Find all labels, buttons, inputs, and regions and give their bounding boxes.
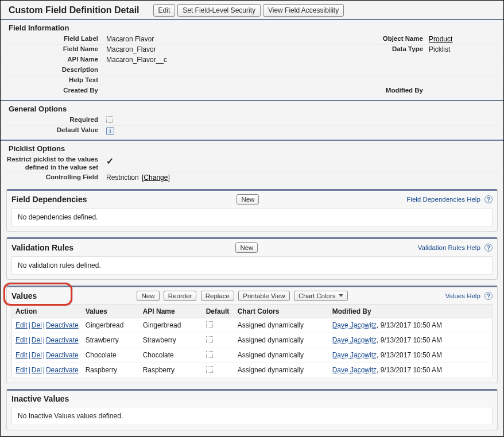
help-text-value <box>104 76 498 85</box>
api-cell: Chocolate <box>139 348 203 363</box>
edit-button[interactable]: Edit <box>153 4 176 17</box>
col-api: API Name <box>139 305 203 318</box>
page-title: Custom Field Definition Detail <box>9 5 139 16</box>
values-chart-colors-button[interactable]: Chart Colors <box>294 291 348 301</box>
help-icon[interactable]: ? <box>484 195 493 203</box>
col-chart: Chart Colors <box>234 305 329 318</box>
modified-user-link[interactable]: Dave Jacowitz <box>332 321 377 329</box>
deactivate-link[interactable]: Deactivate <box>46 321 79 329</box>
modified-cell: Dave Jacowitz, 9/13/2017 10:50 AM <box>329 363 493 377</box>
modified-cell: Dave Jacowitz, 9/13/2017 10:50 AM <box>329 348 493 363</box>
field-name-label: Field Name <box>6 45 104 54</box>
edit-link[interactable]: Edit <box>15 351 28 359</box>
col-modified-by: Modified By <box>329 305 493 318</box>
table-header-row: Action Values API Name Default Chart Col… <box>12 305 493 318</box>
general-options-heading: General Options <box>6 101 498 115</box>
field-label-value: Macaron Flavor <box>104 35 320 44</box>
inactive-values-panel: Inactive Values No Inactive Values value… <box>6 389 498 430</box>
validation-rules-panel: Validation Rules New Validation Rules He… <box>6 237 498 280</box>
default-cell <box>203 363 234 377</box>
set-security-button[interactable]: Set Field-Level Security <box>177 4 261 17</box>
created-by-label: Created By <box>6 87 104 96</box>
controlling-field-label: Controlling Field <box>6 174 104 183</box>
validation-new-button[interactable]: New <box>235 242 258 253</box>
chart-cell: Assigned dynamically <box>234 333 329 348</box>
validation-empty: No validation rules defined. <box>11 256 493 275</box>
default-cell <box>203 333 234 348</box>
values-new-button[interactable]: New <box>137 291 159 301</box>
description-label: Description <box>6 66 104 75</box>
chart-cell: Assigned dynamically <box>234 318 329 333</box>
modified-time: , 9/13/2017 10:50 AM <box>377 321 442 329</box>
value-cell: Strawberry <box>82 333 139 348</box>
default-checkbox <box>206 321 213 328</box>
values-replace-button[interactable]: Replace <box>201 291 234 301</box>
modified-time: , 9/13/2017 10:50 AM <box>377 336 442 344</box>
view-accessibility-button[interactable]: View Field Accessibility <box>263 4 344 17</box>
del-link[interactable]: Del <box>32 366 42 374</box>
chart-cell: Assigned dynamically <box>234 348 329 363</box>
chevron-down-icon <box>339 294 343 297</box>
field-dependencies-empty: No dependencies defined. <box>11 208 493 226</box>
validation-rules-title: Validation Rules <box>11 243 73 252</box>
validation-help-link[interactable]: Validation Rules Help <box>418 244 480 251</box>
edit-link[interactable]: Edit <box>15 366 28 374</box>
page-header: Custom Field Definition Detail Edit Set … <box>1 1 503 19</box>
page-root: Custom Field Definition Detail Edit Set … <box>0 0 504 437</box>
default-value-label: Default Value <box>6 126 104 136</box>
data-type-value: Picklist <box>429 45 498 54</box>
help-text-label: Help Text <box>6 76 104 85</box>
values-help-link[interactable]: Values Help <box>445 292 480 299</box>
col-values: Values <box>82 305 139 318</box>
picklist-options-section: Picklist Options Restrict picklist to th… <box>1 141 503 183</box>
value-cell: Chocolate <box>82 348 139 363</box>
object-name-label: Object Name <box>320 35 429 44</box>
object-name-link[interactable]: Product <box>429 35 452 43</box>
modified-user-link[interactable]: Dave Jacowitz <box>332 336 377 344</box>
del-link[interactable]: Del <box>32 321 42 329</box>
default-checkbox <box>206 366 213 373</box>
values-reorder-button[interactable]: Reorder <box>164 291 197 301</box>
data-type-label: Data Type <box>320 45 429 54</box>
checkmark-icon: ✓ <box>106 156 114 166</box>
modified-time: , 9/13/2017 10:50 AM <box>377 366 442 374</box>
table-row: Edit|Del|DeactivateGingerbreadGingerbrea… <box>12 318 493 333</box>
help-icon[interactable]: ? <box>484 292 493 300</box>
api-cell: Strawberry <box>139 333 203 348</box>
field-information-section: Field Information Field Label Macaron Fl… <box>1 20 503 97</box>
deactivate-link[interactable]: Deactivate <box>46 366 79 374</box>
field-name-value: Macaron_Flavor <box>104 45 320 54</box>
values-printable-button[interactable]: Printable View <box>238 291 289 301</box>
del-link[interactable]: Del <box>32 336 42 344</box>
edit-link[interactable]: Edit <box>15 336 28 344</box>
help-icon[interactable]: ? <box>484 244 493 252</box>
deactivate-link[interactable]: Deactivate <box>46 351 79 359</box>
field-dependencies-new-button[interactable]: New <box>237 194 259 205</box>
info-icon[interactable]: i <box>106 127 114 135</box>
modified-user-link[interactable]: Dave Jacowitz <box>332 366 377 374</box>
col-action: Action <box>12 305 82 318</box>
del-link[interactable]: Del <box>32 351 42 359</box>
api-cell: Gingerbread <box>139 318 203 333</box>
table-row: Edit|Del|DeactivateStrawberryStrawberryA… <box>12 333 493 348</box>
api-name-label: API Name <box>6 56 104 64</box>
field-dependencies-title: Field Dependencies <box>11 195 87 204</box>
table-row: Edit|Del|DeactivateRaspberryRaspberryAss… <box>12 363 493 377</box>
value-cell: Raspberry <box>82 363 139 377</box>
field-dependencies-panel: Field Dependencies New Field Dependencie… <box>6 189 498 232</box>
modified-user-link[interactable]: Dave Jacowitz <box>332 351 377 359</box>
edit-link[interactable]: Edit <box>15 321 28 329</box>
table-row: Edit|Del|DeactivateChocolateChocolateAss… <box>12 348 493 363</box>
change-link[interactable]: [Change] <box>142 174 170 182</box>
required-checkbox <box>106 116 113 123</box>
values-table: Action Values API Name Default Chart Col… <box>11 305 493 378</box>
deactivate-link[interactable]: Deactivate <box>46 336 79 344</box>
values-panel: Values New Reorder Replace Printable Vie… <box>6 286 498 383</box>
default-checkbox <box>206 351 213 358</box>
modified-cell: Dave Jacowitz, 9/13/2017 10:50 AM <box>329 318 493 333</box>
modified-time: , 9/13/2017 10:50 AM <box>377 351 442 359</box>
field-dependencies-help-link[interactable]: Field Dependencies Help <box>406 196 480 203</box>
controlling-field-value: Restriction <box>106 174 139 182</box>
restrict-label: Restrict picklist to the values defined … <box>6 156 104 172</box>
chart-colors-label: Chart Colors <box>298 292 336 299</box>
